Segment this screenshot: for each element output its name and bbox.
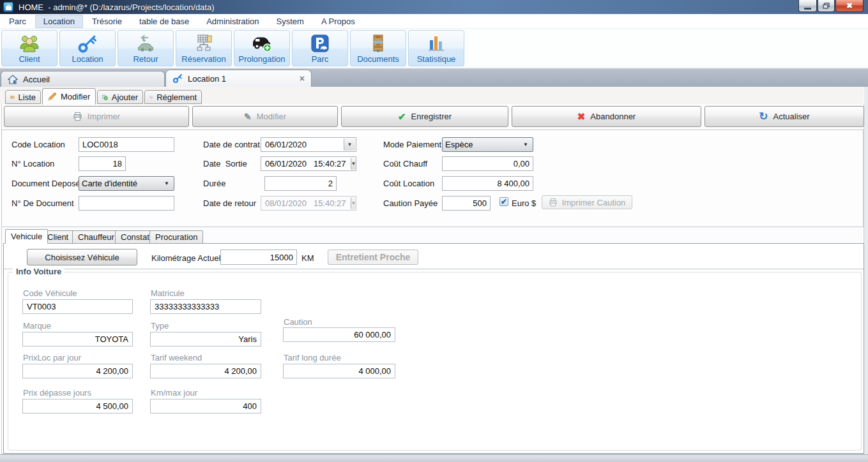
reservation-icon — [194, 33, 214, 54]
parking-icon — [310, 33, 330, 54]
marque-input[interactable] — [22, 332, 133, 346]
toolbar-statistique-button[interactable]: Statistique — [408, 30, 464, 66]
close-button[interactable]: ✖ — [835, 0, 864, 12]
page-tab-strip: Accueil Location 1 × — [0, 68, 868, 87]
type-input[interactable] — [150, 332, 261, 346]
cross-icon: ✖ — [577, 111, 586, 123]
prixloc-jour-input[interactable] — [22, 364, 133, 378]
return-car-icon — [135, 33, 156, 54]
menu-system[interactable]: System — [268, 15, 312, 28]
subtab-liste[interactable]: Liste — [5, 90, 41, 104]
title-bar: HOME - admin@* (D:/lazarus/Projects/loca… — [0, 0, 868, 14]
toolbar-prolongation-button[interactable]: Prolongation — [234, 30, 290, 66]
date-retour-picker[interactable]: 08/01/2020 15:40:27 ▼ — [261, 196, 356, 211]
mode-paiement-label: Mode Paiement — [383, 140, 441, 149]
menu-tresorie[interactable]: Trésorie — [84, 15, 130, 28]
app-icon — [3, 2, 13, 12]
refresh-icon: ↻ — [759, 110, 768, 123]
caution-input[interactable] — [283, 327, 395, 342]
matricule-input[interactable] — [150, 299, 261, 314]
window-frame-bottom — [0, 454, 868, 462]
entretient-proche-button[interactable]: Entretient Proche — [328, 250, 418, 265]
subtab-modifier[interactable]: Modifier — [42, 88, 96, 105]
toolbar-location-button[interactable]: Location — [59, 30, 116, 66]
pencil-icon: ✎ — [244, 112, 252, 122]
km-max-jour-input[interactable] — [150, 399, 261, 414]
tab-accueil[interactable]: Accueil — [1, 71, 165, 87]
add-icon — [102, 93, 108, 102]
tarif-weekend-input[interactable] — [150, 364, 261, 378]
date-sortie-picker[interactable]: 06/01/2020 15:40:27 ▼ — [261, 156, 356, 171]
divider — [4, 269, 864, 269]
tab-chauffeur[interactable]: Chauffeur — [72, 230, 120, 244]
date-contrat-picker[interactable]: 06/01/2020 ▼ — [261, 137, 356, 152]
tab-location-1[interactable]: Location 1 × — [165, 70, 312, 87]
info-voiture-title: Info Voiture — [13, 267, 65, 276]
date-contrat-label: Date de contrat — [203, 140, 260, 149]
caution-payee-label: Caution Payée — [383, 198, 438, 208]
mode-paiement-select[interactable]: Espèce ▼ — [442, 137, 533, 152]
choisissez-vehicule-button[interactable]: Choisissez Véhicule — [27, 249, 137, 265]
statistics-icon — [426, 33, 446, 54]
toolbar-documents-button[interactable]: Documents — [350, 30, 406, 66]
chevron-down-icon[interactable]: ▼ — [351, 158, 356, 170]
tarif-long-duree-input[interactable] — [283, 364, 395, 378]
cout-location-input[interactable] — [442, 176, 533, 191]
subtab-reglement[interactable]: Réglement — [144, 90, 202, 104]
menu-bar: Parc Location Trésorie table de base Adm… — [0, 14, 868, 29]
num-document-input[interactable] — [79, 196, 174, 211]
chevron-down-icon[interactable]: ▼ — [344, 138, 355, 151]
caution-label: Caution — [284, 317, 312, 327]
tab-procuration[interactable]: Procuration — [149, 230, 203, 244]
home-icon — [8, 75, 18, 84]
subtab-ajouter[interactable]: Ajouter — [97, 90, 143, 104]
clients-icon — [19, 33, 40, 54]
euro-checkbox-label: Euro $ — [512, 198, 536, 208]
duree-input[interactable] — [264, 176, 337, 191]
cout-chauff-input[interactable] — [442, 156, 533, 171]
main-toolbar: Client Location Retour — [0, 29, 868, 68]
document-depose-label: Document Deposé — [11, 179, 80, 188]
imprimer-button[interactable]: Imprimer — [4, 106, 189, 127]
list-grid-icon — [10, 93, 15, 102]
date-retour-label: Date de retour — [203, 198, 256, 208]
duree-label: Durée — [203, 179, 225, 188]
application-window: HOME - admin@* (D:/lazarus/Projects/loca… — [0, 0, 868, 462]
code-location-input[interactable] — [79, 137, 174, 152]
toolbar-reservation-button[interactable]: Réservation — [176, 30, 232, 66]
abandonner-button[interactable]: ✖ Abandonner — [512, 106, 701, 127]
maximize-button[interactable] — [818, 0, 835, 12]
menu-location[interactable]: Location — [35, 15, 83, 28]
code-vehicule-input[interactable] — [22, 299, 133, 314]
chevron-down-icon: ▼ — [164, 181, 171, 186]
minimize-button[interactable] — [798, 0, 817, 12]
prix-depasse-jours-input[interactable] — [22, 399, 133, 414]
documents-cabinet-icon — [368, 33, 388, 54]
menu-table-de-base[interactable]: table de base — [131, 15, 197, 28]
toolbar-client-button[interactable]: Client — [1, 30, 57, 66]
chevron-down-icon: ▼ — [523, 142, 530, 147]
key-icon — [77, 33, 98, 54]
caution-payee-input[interactable] — [442, 196, 491, 211]
enregistrer-button[interactable]: ✔ Enregistrer — [341, 106, 508, 127]
printer-icon — [549, 198, 558, 207]
toolbar-parc-button[interactable]: Parc — [292, 30, 348, 66]
menu-a-propos[interactable]: A Propos — [313, 15, 363, 28]
actualiser-button[interactable]: ↻ Actualiser — [704, 106, 864, 127]
document-depose-select[interactable]: Carte d'identité ▼ — [79, 176, 174, 191]
checkbox-check-icon: ✔ — [501, 197, 507, 206]
check-icon: ✔ — [398, 111, 406, 123]
menu-administration[interactable]: Administration — [198, 15, 267, 28]
tab-close-icon[interactable]: × — [300, 73, 305, 84]
toolbar-retour-button[interactable]: Retour — [118, 30, 174, 66]
km-max-jour-label: Km/max jour — [151, 388, 197, 398]
euro-checkbox[interactable]: ✔ — [499, 197, 508, 206]
code-vehicule-label: Code Véhicule — [23, 288, 77, 298]
tab-vehicule[interactable]: Vehicule — [5, 229, 48, 244]
kilometrage-input[interactable] — [220, 250, 297, 265]
num-location-input[interactable] — [79, 156, 126, 171]
menu-parc[interactable]: Parc — [1, 15, 34, 28]
imprimer-caution-button[interactable]: Imprimer Caution — [542, 195, 632, 209]
km-unit-label: KM — [301, 253, 314, 263]
modifier-button[interactable]: ✎ Modifier — [192, 106, 338, 127]
